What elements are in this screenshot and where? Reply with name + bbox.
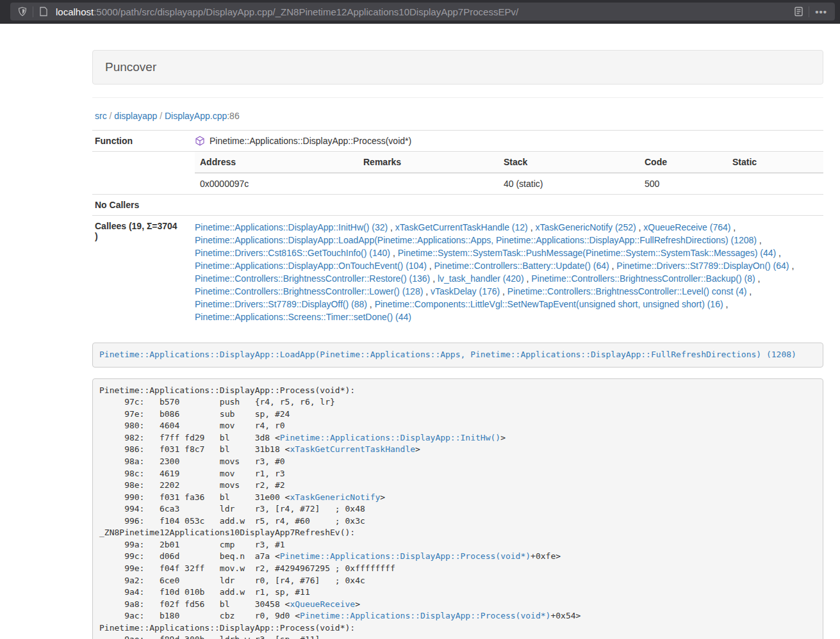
page-info-icon[interactable] — [35, 4, 52, 19]
breadcrumb: src / displayapp / DisplayApp.cpp:86 — [95, 111, 823, 121]
stack-value: 40 (static) — [498, 173, 639, 194]
browser-toolbar: localhost:5000/path/src/displayapp/Displ… — [0, 0, 840, 24]
symbol-cube-icon — [195, 136, 205, 146]
breadcrumb-link-src[interactable]: src — [95, 111, 107, 121]
callee-link[interactable]: Pinetime::Drivers::St7789::DisplayOff() … — [195, 299, 367, 309]
url-path: :5000/path/src/displayapp/DisplayApp.cpp… — [94, 6, 518, 17]
detail-table: Address Remarks Stack Code Static 0x0000… — [195, 152, 823, 194]
callee-link[interactable]: Pinetime::Controllers::BrightnessControl… — [531, 273, 755, 284]
callee-link[interactable]: Pinetime::System::SystemTask::PushMessag… — [398, 248, 777, 258]
callee-link[interactable]: Pinetime::Controllers::BrightnessControl… — [195, 286, 423, 296]
reader-mode-icon[interactable] — [790, 4, 807, 19]
no-callers-row: No Callers — [92, 195, 823, 216]
callee-link[interactable]: vTaskDelay (176) — [431, 286, 500, 296]
page-content: Puncover src / displayapp / DisplayApp.c… — [92, 50, 823, 639]
page-actions-menu-icon[interactable]: ••• — [811, 6, 831, 17]
asm-symbol-link[interactable]: xTaskGetCurrentTaskHandle — [290, 444, 415, 454]
function-name: Pinetime::Applications::DisplayApp::Proc… — [210, 136, 411, 146]
callee-link[interactable]: lv_task_handler (420) — [438, 273, 524, 284]
url-host: localhost — [56, 6, 94, 17]
breadcrumb-link-displayapp[interactable]: displayapp — [114, 111, 157, 121]
asm-symbol-link[interactable]: Pinetime::Applications::DisplayApp::Proc… — [300, 611, 550, 620]
detail-row-wrapper: Address Remarks Stack Code Static 0x0000… — [92, 152, 823, 195]
callees-label: Callees (19, Σ=3704 ) — [92, 216, 187, 329]
callee-link[interactable]: Pinetime::Controllers::Battery::Update()… — [434, 261, 609, 271]
col-header-static: Static — [727, 152, 823, 173]
shield-icon[interactable] — [14, 4, 31, 19]
address-value: 0x0000097c — [195, 173, 358, 194]
col-header-stack: Stack — [498, 152, 639, 173]
asm-symbol-link[interactable]: Pinetime::Applications::DisplayApp::Proc… — [280, 551, 531, 561]
callees-row: Callees (19, Σ=3704 ) Pinetime::Applicat… — [92, 216, 823, 329]
toolbar-divider — [809, 6, 809, 17]
loadapp-highlight-box: Pinetime::Applications::DisplayApp::Load… — [92, 343, 823, 368]
loadapp-symbol-link[interactable]: Pinetime::Applications::DisplayApp::Load… — [99, 350, 796, 359]
callee-link[interactable]: Pinetime::Applications::DisplayApp::Init… — [195, 222, 388, 232]
callee-link[interactable]: Pinetime::Applications::Screens::Timer::… — [195, 312, 411, 322]
address-bar[interactable]: localhost:5000/path/src/displayapp/Displ… — [10, 3, 835, 20]
col-header-code: Code — [639, 152, 727, 173]
toolbar-divider — [33, 6, 33, 17]
page-title: Puncover — [105, 60, 156, 74]
callee-link[interactable]: Pinetime::Drivers::St7789::DisplayOn() (… — [616, 261, 789, 271]
breadcrumb-separator: / — [110, 111, 112, 121]
disassembly-pre: Pinetime::Applications::DisplayApp::Proc… — [92, 378, 823, 639]
asm-symbol-link[interactable]: xQueueReceive — [290, 599, 355, 609]
function-row: Function Pinetime::Applications::Display… — [92, 131, 823, 152]
callees-list: Pinetime::Applications::DisplayApp::Init… — [187, 216, 823, 329]
callee-link[interactable]: Pinetime::Controllers::BrightnessControl… — [195, 273, 430, 284]
breadcrumb-link-file[interactable]: DisplayApp.cpp — [165, 111, 227, 121]
asm-symbol-link[interactable]: Pinetime::Applications::DisplayApp::Init… — [280, 433, 500, 442]
no-callers-label: No Callers — [92, 195, 187, 216]
app-title-panel: Puncover — [92, 50, 823, 85]
callee-link[interactable]: Pinetime::Components::LittleVgl::SetNewT… — [375, 299, 723, 309]
url-text[interactable]: localhost:5000/path/src/displayapp/Displ… — [56, 6, 790, 17]
function-label: Function — [92, 131, 187, 152]
code-value: 500 — [639, 173, 727, 194]
function-table: Function Pinetime::Applications::Display… — [92, 130, 823, 328]
col-header-address: Address — [195, 152, 358, 173]
callee-link[interactable]: xQueueReceive (764) — [643, 222, 730, 232]
callee-link[interactable]: xTaskGenericNotify (252) — [535, 222, 636, 232]
detail-data-row: 0x0000097c 40 (static) 500 — [195, 173, 823, 194]
static-value — [727, 173, 823, 194]
breadcrumb-separator: / — [160, 111, 162, 121]
callee-link[interactable]: Pinetime::Drivers::Cst816S::GetTouchInfo… — [195, 248, 390, 258]
divider — [92, 97, 823, 98]
callee-link[interactable]: Pinetime::Applications::DisplayApp::OnTo… — [195, 261, 427, 271]
callee-link[interactable]: Pinetime::Controllers::BrightnessControl… — [507, 286, 746, 296]
callee-link[interactable]: xTaskGetCurrentTaskHandle (12) — [395, 222, 528, 232]
remarks-value — [358, 173, 498, 194]
asm-symbol-link[interactable]: xTaskGenericNotify — [290, 492, 380, 502]
breadcrumb-line-number: :86 — [227, 111, 239, 121]
callee-link[interactable]: Pinetime::Applications::DisplayApp::Load… — [195, 235, 757, 245]
col-header-remarks: Remarks — [358, 152, 498, 173]
